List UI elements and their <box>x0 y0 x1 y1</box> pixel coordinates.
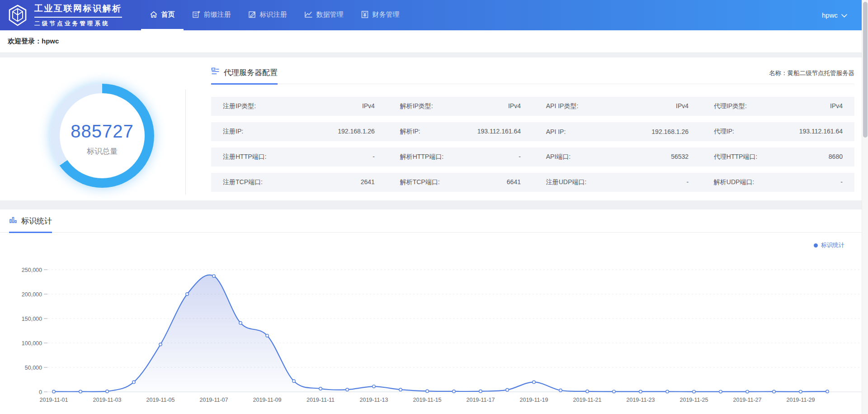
config-label: 注册IP: <box>223 128 243 136</box>
config-cell: 注册IP类型:IPv4 <box>223 102 375 110</box>
area-fill <box>54 275 827 392</box>
config-cell: API端口:56532 <box>546 153 689 161</box>
nav-item-label: 数据管理 <box>316 10 344 19</box>
stats-card: 标识统计 标识统计 050,000100,000150,000200,00025… <box>0 209 868 414</box>
config-label: 解析TCP端口: <box>400 178 440 186</box>
user-menu[interactable]: hpwc <box>822 0 847 30</box>
data-point <box>506 388 509 391</box>
config-value: 192.168.1.26 <box>338 128 375 136</box>
nav-item-home[interactable]: 首页 <box>141 0 184 30</box>
proxy-config-title: 代理服务器配置 <box>211 67 278 85</box>
data-point <box>346 388 349 391</box>
config-value: - <box>686 178 689 186</box>
identifier-register-icon <box>248 10 256 19</box>
y-axis-label: 200,000 <box>22 291 42 298</box>
data-point <box>106 390 108 393</box>
y-axis-label: 100,000 <box>22 340 42 347</box>
data-point <box>586 390 589 393</box>
data-point <box>693 390 695 393</box>
prefix-register-icon <box>192 10 200 19</box>
x-axis-label: 2019-11-29 <box>786 397 815 403</box>
x-axis-label: 2019-11-23 <box>626 397 655 403</box>
stats-header: 标识统计 <box>0 209 868 233</box>
config-label: 解析IP类型: <box>400 102 433 110</box>
config-cell: 代理HTTP端口:8680 <box>714 153 843 161</box>
data-point <box>826 390 829 393</box>
nav-item-label: 财务管理 <box>373 10 400 19</box>
cube-logo-icon <box>6 3 29 28</box>
proxy-config-header: 代理服务器配置 名称：黄船二级节点托管服务器 <box>211 67 854 84</box>
config-row: 注册IP类型:IPv4解析IP类型:IPv4API IP类型:IPv4代理IP类… <box>211 97 854 116</box>
config-value: 6641 <box>507 178 521 186</box>
config-value: 192.168.1.26 <box>651 128 689 135</box>
nav-item-finance-management[interactable]: 财务管理 <box>352 0 408 30</box>
config-row: 注册TCP端口:2641解析TCP端口:6641注册UDP端口:-解析UDP端口… <box>211 173 854 192</box>
bar-chart-icon <box>9 216 17 226</box>
config-cell: 解析TCP端口:6641 <box>400 178 521 186</box>
config-value: - <box>373 153 375 161</box>
scrollbar-track[interactable] <box>862 0 868 414</box>
welcome-bar: 欢迎登录：hpwc <box>0 30 868 53</box>
config-label: 代理IP: <box>714 128 734 136</box>
config-value: - <box>519 153 521 161</box>
data-point <box>292 380 295 382</box>
config-value: IPv4 <box>508 102 521 110</box>
y-axis-label: 0 <box>39 389 42 395</box>
config-row: 注册IP:192.168.1.26解析IP:193.112.161.64API … <box>211 122 854 141</box>
config-label: 解析UDP端口: <box>714 178 754 186</box>
x-axis-label: 2019-11-19 <box>519 397 548 403</box>
config-row: 注册HTTP端口:-解析HTTP端口:-API端口:56532代理HTTP端口:… <box>211 148 854 167</box>
data-point <box>132 381 135 383</box>
data-point <box>426 390 429 392</box>
server-config-icon <box>211 67 220 78</box>
config-cell: 代理IP:193.112.161.64 <box>714 128 843 136</box>
config-value: - <box>840 178 843 186</box>
identifier-stats-line-chart: 050,000100,000150,000200,000250,0002019-… <box>0 235 868 414</box>
data-point <box>613 390 615 393</box>
x-axis-label: 2019-11-17 <box>466 397 495 403</box>
data-point <box>746 390 749 393</box>
config-label: API IP类型: <box>546 102 579 110</box>
x-axis-label: 2019-11-09 <box>253 397 281 403</box>
config-cell: 注册UDP端口:- <box>546 178 689 186</box>
config-label: 注册UDP端口: <box>546 178 586 186</box>
nav-item-prefix-register[interactable]: 前缀注册 <box>184 0 240 30</box>
nav-menu: 首页前缀注册标识注册数据管理财务管理 <box>141 0 408 30</box>
config-cell: 注册HTTP端口:- <box>223 153 375 161</box>
config-value: IPv4 <box>676 102 689 110</box>
data-point <box>399 388 402 391</box>
nav-item-label: 标识注册 <box>260 10 287 19</box>
home-icon <box>150 10 158 19</box>
identifier-total-donut: 885727 标识总量 <box>50 84 154 188</box>
data-point <box>639 390 642 393</box>
config-value: 193.112.161.64 <box>799 128 843 136</box>
x-axis-label: 2019-11-25 <box>679 397 708 403</box>
x-axis-label: 2019-11-03 <box>93 397 121 403</box>
config-label: 注册HTTP端口: <box>223 153 266 161</box>
scrollbar-thumb[interactable] <box>863 2 868 138</box>
config-value: IPv4 <box>830 102 843 110</box>
x-axis-label: 2019-11-07 <box>199 397 228 403</box>
config-value: 193.112.161.64 <box>477 128 521 136</box>
y-axis-label: 250,000 <box>22 267 42 273</box>
config-cell: 解析HTTP端口:- <box>400 153 521 161</box>
nav-item-identifier-register[interactable]: 标识注册 <box>240 0 296 30</box>
config-label: 注册IP类型: <box>223 102 256 110</box>
config-label: 注册TCP端口: <box>223 178 263 186</box>
data-point <box>186 293 189 295</box>
config-cell: 注册IP:192.168.1.26 <box>223 128 375 136</box>
config-value: IPv4 <box>362 102 375 110</box>
logo-text: 工业互联网标识解析 二级节点业务管理系统 <box>34 3 122 28</box>
x-axis-label: 2019-11-21 <box>573 397 601 403</box>
config-label: 代理IP类型: <box>714 102 747 110</box>
nav-item-data-management[interactable]: 数据管理 <box>296 0 352 30</box>
nav-item-label: 首页 <box>161 10 175 19</box>
data-point <box>666 390 669 393</box>
config-label: API IP: <box>546 128 566 135</box>
nav-item-label: 前缀注册 <box>204 10 231 19</box>
config-value: 56532 <box>671 153 689 161</box>
proxy-config-panel: 代理服务器配置 名称：黄船二级节点托管服务器 注册IP类型:IPv4解析IP类型… <box>186 57 868 200</box>
x-axis-label: 2019-11-27 <box>733 397 761 403</box>
x-axis-label: 2019-11-05 <box>146 397 175 403</box>
data-point <box>453 390 455 393</box>
